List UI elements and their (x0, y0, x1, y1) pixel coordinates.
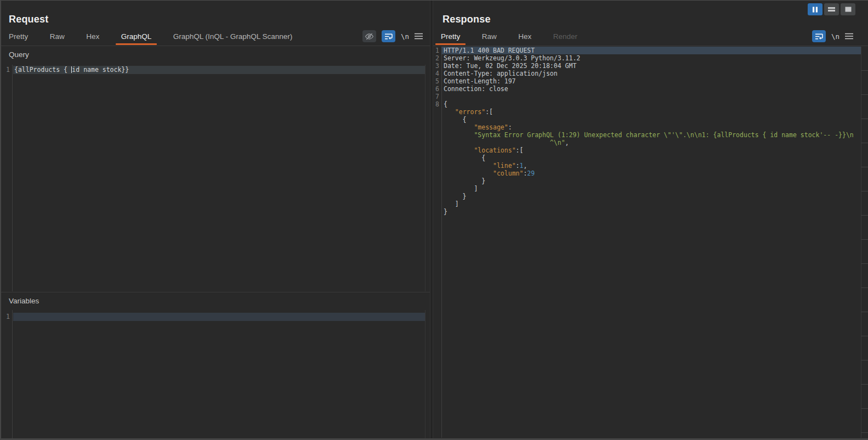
line-number (433, 170, 441, 177)
line-number (433, 154, 441, 162)
code-text: "errors":[ (441, 108, 861, 116)
response-code-line: 6Connection: close (433, 85, 861, 93)
word-wrap-toggle-button[interactable] (812, 30, 826, 42)
query-variables-divider (1, 292, 430, 292)
square-icon (845, 7, 852, 12)
response-scroll-marker-bar[interactable] (861, 47, 868, 438)
tab-response-raw[interactable]: Raw (476, 29, 503, 44)
hamburger-menu-icon (415, 33, 423, 40)
line-number (433, 108, 441, 116)
query-section-label: Query (9, 50, 29, 59)
query-code-line: {allProducts { id name stock}} (14, 66, 129, 74)
layout-single-button[interactable] (841, 3, 855, 15)
code-text (441, 93, 861, 100)
code-text: } (441, 193, 861, 200)
response-code-line: "line":1, (433, 162, 861, 170)
code-text: "Syntax Error GraphQL (1:29) Unexpected … (441, 131, 861, 139)
code-text: "locations":[ (441, 146, 861, 154)
request-title: Request (9, 14, 48, 25)
response-code-line: 8{ (433, 100, 861, 108)
response-code-line: { (433, 154, 861, 162)
variables-current-line-highlight (13, 313, 425, 321)
tab-request-inql[interactable]: GraphQL (InQL - GraphQL Scanner) (167, 29, 299, 44)
response-code-line: } (433, 177, 861, 185)
query-gutter-line (12, 65, 13, 291)
line-number (433, 162, 441, 170)
variables-gutter-line (12, 310, 13, 438)
line-number (433, 200, 441, 208)
line-number: 2 (433, 54, 441, 62)
hamburger-menu-icon (845, 33, 853, 40)
tab-response-pretty[interactable]: Pretty (435, 29, 466, 44)
response-code-line: ^\n", (433, 139, 861, 146)
response-code-line: ] (433, 200, 861, 208)
response-code-line: 7 (433, 93, 861, 100)
word-wrap-icon (815, 33, 823, 40)
burp-message-editor-window: { "colors": { "accent_orange": "#d9622b"… (0, 0, 868, 440)
response-code-line: "message": (433, 123, 861, 131)
line-number (433, 139, 441, 146)
code-text: { (441, 116, 861, 123)
view-layout-buttons (808, 3, 855, 15)
line-number (433, 185, 441, 193)
tab-request-graphql[interactable]: GraphQL (115, 29, 158, 44)
pause-bars-icon (812, 7, 818, 13)
line-number: 4 (433, 70, 441, 77)
tab-request-raw[interactable]: Raw (44, 29, 71, 44)
line-number: 3 (433, 62, 441, 70)
hide-nonprintable-button[interactable] (362, 30, 376, 42)
code-text: } (441, 208, 861, 216)
response-code-line: } (433, 208, 861, 216)
code-text: Server: Werkzeug/3.0.3 Python/3.11.2 (441, 54, 861, 62)
line-number (433, 146, 441, 154)
word-wrap-toggle-button[interactable] (382, 30, 395, 42)
line-number: 7 (433, 93, 441, 100)
request-editor-menu-button[interactable] (415, 33, 423, 40)
code-text: ] (441, 200, 861, 208)
query-text-before-cursor: {allProducts { (14, 66, 71, 74)
tab-response-render[interactable]: Render (547, 29, 583, 44)
show-line-endings-button[interactable]: \n (401, 32, 409, 41)
line-number (433, 177, 441, 185)
code-text: { (441, 100, 861, 108)
request-panel: Request Pretty Raw Hex GraphQL GraphQL (… (1, 1, 430, 438)
code-text: "line":1, (441, 162, 861, 170)
layout-rows-button[interactable] (824, 3, 839, 15)
response-code-line: { (433, 116, 861, 123)
response-title: Response (442, 14, 491, 25)
code-text: Content-Length: 197 (441, 77, 861, 85)
response-code-line: "locations":[ (433, 146, 861, 154)
variables-marker-line (425, 310, 426, 438)
line-number: 1 (433, 47, 441, 54)
code-text: HTTP/1.1 400 BAD REQUEST (441, 47, 861, 54)
response-editor[interactable]: 1HTTP/1.1 400 BAD REQUEST2Server: Werkze… (433, 47, 861, 216)
tab-response-hex[interactable]: Hex (512, 29, 537, 44)
response-tab-bar: Pretty Raw Hex Render (433, 29, 868, 46)
response-editor-menu-button[interactable] (845, 33, 853, 40)
line-number: 1 (6, 313, 10, 321)
horizontal-bars-icon (828, 7, 835, 12)
code-text: Connection: close (441, 85, 861, 93)
code-text: Content-Type: application/json (441, 70, 861, 77)
code-text: Date: Tue, 02 Dec 2025 20:18:04 GMT (441, 62, 861, 70)
code-text: ^\n", (441, 139, 861, 146)
response-code-line: } (433, 193, 861, 200)
response-code-line: "Syntax Error GraphQL (1:29) Unexpected … (433, 131, 861, 139)
tab-request-hex[interactable]: Hex (80, 29, 105, 44)
response-panel: Response Pretty Raw Hex Render \n (433, 1, 868, 438)
variables-section-label: Variables (9, 297, 39, 305)
query-text-after-cursor: id name stock}} (72, 66, 129, 74)
response-editor-tools: \n (812, 30, 853, 42)
code-text: "message": (441, 123, 861, 131)
layout-columns-button[interactable] (808, 3, 822, 15)
show-line-endings-button[interactable]: \n (831, 32, 839, 41)
response-code-line: 5Content-Length: 197 (433, 77, 861, 85)
response-code-line: 1HTTP/1.1 400 BAD REQUEST (433, 47, 861, 54)
response-code-line: 2Server: Werkzeug/3.0.3 Python/3.11.2 (433, 54, 861, 62)
tab-request-pretty[interactable]: Pretty (3, 29, 34, 44)
code-text: { (441, 154, 861, 162)
response-code-line: "errors":[ (433, 108, 861, 116)
response-code-line: ] (433, 185, 861, 193)
line-number (433, 208, 441, 216)
query-marker-line (425, 65, 426, 291)
